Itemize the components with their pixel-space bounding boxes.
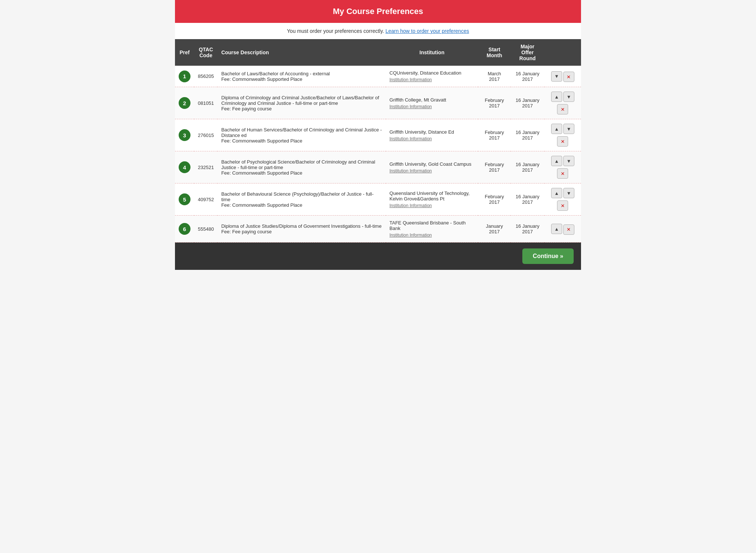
pref-badge: 1	[179, 71, 190, 82]
col-start-month: Start Month	[478, 39, 511, 66]
pref-cell: 2	[175, 87, 194, 119]
major-offer-round: 16 January 2017	[511, 183, 544, 216]
col-major-offer: Major Offer Round	[511, 39, 544, 66]
continue-button[interactable]: Continue »	[522, 248, 574, 264]
major-offer-round: 16 January 2017	[511, 151, 544, 183]
table-row: 5409752Bachelor of Behavioural Science (…	[175, 183, 581, 216]
remove-button[interactable]: ✕	[563, 224, 574, 235]
institution-name: CQUniversity, Distance Education	[389, 70, 461, 76]
qtac-code: 856205	[194, 66, 217, 87]
col-description: Course Description	[217, 39, 386, 66]
pref-cell: 5	[175, 183, 194, 216]
preferences-table: Pref QTAC Code Course Description Instit…	[175, 39, 581, 243]
start-month: February 2017	[478, 183, 511, 216]
move-up-button[interactable]: ▲	[551, 156, 562, 166]
table-row: 4232521Bachelor of Psychological Science…	[175, 151, 581, 183]
institution-info-link[interactable]: Institution Information	[389, 104, 474, 109]
table-row: 2081051Diploma of Criminology and Crimin…	[175, 87, 581, 119]
footer-bar: Continue »	[175, 243, 581, 270]
institution-name: Griffith College, Mt Gravatt	[389, 97, 446, 103]
institution-cell: CQUniversity, Distance EducationInstitut…	[386, 66, 478, 87]
move-up-button[interactable]: ▲	[551, 188, 562, 198]
col-qtac: QTAC Code	[194, 39, 217, 66]
learn-preferences-link[interactable]: Learn how to order your preferences	[385, 28, 469, 34]
institution-name: TAFE Queensland Brisbane - South Bank	[389, 220, 465, 231]
remove-button[interactable]: ✕	[557, 200, 568, 211]
qtac-code: 232521	[194, 151, 217, 183]
course-description: Diploma of Criminology and Criminal Just…	[217, 87, 386, 119]
course-description: Bachelor of Psychological Science/Bachel…	[217, 151, 386, 183]
major-offer-round: 16 January 2017	[511, 216, 544, 243]
institution-info-link[interactable]: Institution Information	[389, 168, 474, 174]
pref-badge: 2	[179, 97, 190, 109]
remove-button[interactable]: ✕	[557, 136, 568, 147]
institution-info-link[interactable]: Institution Information	[389, 233, 474, 238]
qtac-code: 081051	[194, 87, 217, 119]
table-row: 1856205Bachelor of Laws/Bachelor of Acco…	[175, 66, 581, 87]
subtitle-text: You must order your preferences correctl…	[287, 28, 384, 34]
course-description: Bachelor of Behavioural Science (Psychol…	[217, 183, 386, 216]
institution-info-link[interactable]: Institution Information	[389, 77, 474, 82]
start-month: March 2017	[478, 66, 511, 87]
pref-cell: 4	[175, 151, 194, 183]
pref-badge: 3	[179, 129, 190, 141]
remove-button[interactable]: ✕	[557, 168, 568, 179]
qtac-code: 409752	[194, 183, 217, 216]
move-down-button[interactable]: ▼	[563, 156, 574, 166]
course-description: Bachelor of Laws/Bachelor of Accounting …	[217, 66, 386, 87]
move-up-button[interactable]: ▲	[551, 124, 562, 134]
pref-cell: 1	[175, 66, 194, 87]
table-row: 6555480Diploma of Justice Studies/Diplom…	[175, 216, 581, 243]
action-buttons-cell: ▲▼✕	[544, 87, 581, 119]
col-actions	[544, 39, 581, 66]
col-institution: Institution	[386, 39, 478, 66]
move-down-button[interactable]: ▼	[551, 71, 562, 82]
remove-button[interactable]: ✕	[563, 72, 574, 82]
course-description: Bachelor of Human Services/Bachelor of C…	[217, 119, 386, 151]
institution-cell: Griffith University, Gold Coast CampusIn…	[386, 151, 478, 183]
pref-badge: 4	[179, 161, 190, 173]
start-month: February 2017	[478, 151, 511, 183]
move-down-button[interactable]: ▼	[563, 92, 574, 102]
table-row: 3276015Bachelor of Human Services/Bachel…	[175, 119, 581, 151]
start-month: February 2017	[478, 119, 511, 151]
institution-cell: Griffith College, Mt GravattInstitution …	[386, 87, 478, 119]
preferences-table-wrapper: Pref QTAC Code Course Description Instit…	[175, 39, 581, 243]
pref-cell: 6	[175, 216, 194, 243]
course-description: Diploma of Justice Studies/Diploma of Go…	[217, 216, 386, 243]
major-offer-round: 16 January 2017	[511, 66, 544, 87]
qtac-code: 276015	[194, 119, 217, 151]
institution-name: Griffith University, Gold Coast Campus	[389, 161, 471, 167]
subtitle-bar: You must order your preferences correctl…	[175, 23, 581, 39]
action-buttons-cell: ▼✕	[544, 66, 581, 87]
pref-cell: 3	[175, 119, 194, 151]
action-buttons-cell: ▲▼✕	[544, 183, 581, 216]
start-month: February 2017	[478, 87, 511, 119]
remove-button[interactable]: ✕	[557, 104, 568, 114]
page-title: My Course Preferences	[175, 0, 581, 23]
qtac-code: 555480	[194, 216, 217, 243]
major-offer-round: 16 January 2017	[511, 119, 544, 151]
action-buttons-cell: ▲✕	[544, 216, 581, 243]
move-up-button[interactable]: ▲	[551, 92, 562, 102]
major-offer-round: 16 January 2017	[511, 87, 544, 119]
action-buttons-cell: ▲▼✕	[544, 151, 581, 183]
col-pref: Pref	[175, 39, 194, 66]
institution-cell: Queensland University of Technology, Kel…	[386, 183, 478, 216]
pref-badge: 6	[179, 223, 190, 235]
move-down-button[interactable]: ▼	[563, 124, 574, 134]
institution-cell: Griffith University, Distance EdInstitut…	[386, 119, 478, 151]
action-buttons-cell: ▲▼✕	[544, 119, 581, 151]
institution-cell: TAFE Queensland Brisbane - South BankIns…	[386, 216, 478, 243]
institution-info-link[interactable]: Institution Information	[389, 203, 474, 208]
move-down-button[interactable]: ▼	[563, 188, 574, 198]
pref-badge: 5	[179, 193, 190, 205]
institution-info-link[interactable]: Institution Information	[389, 136, 474, 141]
move-up-button[interactable]: ▲	[551, 224, 562, 234]
start-month: January 2017	[478, 216, 511, 243]
institution-name: Queensland University of Technology, Kel…	[389, 190, 470, 202]
institution-name: Griffith University, Distance Ed	[389, 129, 454, 135]
